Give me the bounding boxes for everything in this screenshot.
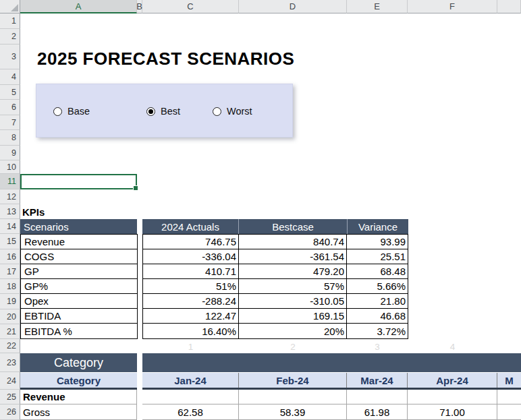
row-header-5[interactable]: 5	[0, 85, 20, 100]
category-cell[interactable]: 71.00	[408, 404, 497, 420]
category-row-label[interactable]: Gross	[20, 404, 137, 420]
category-cell[interactable]	[497, 404, 521, 420]
category-cell[interactable]: 61.98	[347, 404, 408, 420]
category-cell[interactable]	[142, 390, 239, 404]
category-cell[interactable]	[239, 390, 347, 404]
row-header-22[interactable]: 22	[0, 339, 20, 353]
category-cell[interactable]	[347, 390, 408, 404]
row-header-4[interactable]: 4	[0, 69, 20, 85]
kpi-cell-actuals[interactable]: -288.24	[143, 294, 239, 308]
kpi-cell-actuals[interactable]: -336.04	[143, 249, 239, 264]
column-header-C[interactable]: C	[142, 0, 239, 13]
month-header-2[interactable]: Feb-24	[239, 373, 347, 388]
kpi-header-actuals[interactable]: 2024 Actuals	[142, 219, 239, 234]
category-header-label[interactable]: Category	[20, 373, 137, 388]
column-header-E[interactable]: E	[347, 0, 408, 13]
row-header-24[interactable]: 24	[0, 372, 20, 390]
kpi-cell-variance[interactable]: 93.99	[347, 235, 408, 249]
kpi-cell-actuals[interactable]: 16.40%	[143, 324, 239, 338]
kpi-cell-actuals[interactable]: 410.71	[143, 264, 239, 278]
row-header-12[interactable]: 12	[0, 189, 20, 204]
kpi-header-bestcase[interactable]: Bestcase	[239, 219, 348, 234]
category-row-label[interactable]: Revenue	[20, 390, 137, 404]
kpi-cell-variance[interactable]: 21.80	[347, 294, 408, 308]
row-header-20[interactable]: 20	[0, 309, 20, 324]
column-header-D[interactable]: D	[239, 0, 347, 13]
kpi-cell-bestcase[interactable]: 840.74	[239, 235, 347, 249]
row-header-8[interactable]: 8	[0, 130, 20, 146]
kpi-cell-bestcase[interactable]: 20%	[239, 324, 347, 338]
kpi-header-values: 2024 Actuals Bestcase Variance	[142, 219, 408, 234]
row-header-23[interactable]: 23	[0, 353, 20, 372]
kpi-row-label[interactable]: COGS	[21, 249, 137, 264]
kpi-cell-actuals[interactable]: 746.75	[143, 235, 239, 249]
row-header-18[interactable]: 18	[0, 279, 20, 294]
kpi-row-label[interactable]: EBITDA %	[21, 324, 137, 338]
row-header-10[interactable]: 10	[0, 160, 20, 174]
kpi-cell-bestcase[interactable]: 479.20	[239, 264, 347, 278]
row-header-26[interactable]: 26	[0, 404, 20, 420]
kpi-cell-bestcase[interactable]: 57%	[239, 279, 347, 293]
category-cell[interactable]: 58.39	[239, 404, 347, 420]
radio-option-base[interactable]: Base	[53, 84, 90, 138]
kpi-row-label[interactable]: Opex	[21, 294, 137, 309]
kpi-cell-actuals[interactable]: 122.47	[143, 309, 239, 323]
kpi-row-label[interactable]: GP%	[21, 279, 137, 294]
radio-option-worst[interactable]: Worst	[213, 84, 252, 138]
kpi-row-label[interactable]: Revenue	[21, 235, 137, 249]
row-header-16[interactable]: 16	[0, 249, 20, 264]
kpi-cell-bestcase[interactable]: 169.15	[239, 309, 347, 323]
select-all-corner[interactable]	[0, 0, 20, 13]
row-header-25[interactable]: 25	[0, 390, 20, 404]
kpi-cell-variance[interactable]: 46.68	[347, 309, 408, 323]
row-header-13[interactable]: 13	[0, 204, 20, 219]
radio-option-best[interactable]: Best	[146, 84, 180, 138]
row-header-1[interactable]: 1	[0, 13, 20, 29]
kpi-cell-variance[interactable]: 68.48	[347, 264, 408, 278]
column-header-A[interactable]: A	[20, 0, 137, 13]
scenario-radio-group: BaseBestWorst	[36, 84, 293, 138]
row-header-2[interactable]: 2	[0, 29, 20, 44]
column-header-partial[interactable]	[497, 0, 521, 13]
month-header-5[interactable]: M	[497, 373, 521, 388]
row-header-21[interactable]: 21	[0, 324, 20, 339]
column-header-F[interactable]: F	[408, 0, 497, 13]
row-header-19[interactable]: 19	[0, 294, 20, 309]
kpi-row-label[interactable]: EBTIDA	[21, 309, 137, 324]
category-row-values: 62.5858.3961.9871.00	[142, 404, 521, 420]
kpi-cell-actuals[interactable]: 51%	[143, 279, 239, 293]
category-cell[interactable]	[497, 390, 521, 404]
row-header-11[interactable]: 11	[0, 174, 20, 189]
month-header-4[interactable]: Apr-24	[408, 373, 497, 388]
kpi-section-label[interactable]: KPIs	[22, 206, 45, 218]
kpi-row: 746.75840.7493.99	[143, 235, 408, 249]
row-header-3[interactable]: 3	[0, 44, 20, 69]
kpi-cell-bestcase[interactable]: -310.05	[239, 294, 347, 308]
faint-index-3: 3	[347, 340, 408, 353]
row-header-17[interactable]: 17	[0, 264, 20, 279]
row-header-15[interactable]: 15	[0, 234, 20, 249]
radio-option-label: Base	[67, 106, 90, 117]
month-header-1[interactable]: Jan-24	[142, 373, 239, 388]
faint-index-1: 1	[142, 340, 239, 353]
radio-icon	[53, 107, 62, 116]
category-banner-cell[interactable]: Category	[20, 353, 137, 372]
category-cell[interactable]: 62.58	[142, 404, 239, 420]
kpi-cell-variance[interactable]: 25.51	[347, 249, 408, 264]
row-header-6[interactable]: 6	[0, 100, 20, 115]
month-header-3[interactable]: Mar-24	[347, 373, 408, 388]
selected-cell-A11[interactable]	[20, 174, 137, 189]
column-header-B[interactable]: B	[137, 0, 142, 13]
kpi-header-scenarios[interactable]: Scenarios	[20, 219, 137, 234]
page-title[interactable]: 2025 FORECAST SCENARIOS	[37, 49, 294, 69]
kpi-cell-bestcase[interactable]: -361.54	[239, 249, 347, 264]
kpi-header-variance[interactable]: Variance	[348, 219, 408, 234]
row-header-7[interactable]: 7	[0, 115, 20, 130]
kpi-cell-variance[interactable]: 3.72%	[347, 324, 408, 338]
kpi-cell-variance[interactable]: 5.66%	[347, 279, 408, 293]
row-header-9[interactable]: 9	[0, 146, 20, 160]
kpi-row-label[interactable]: GP	[21, 264, 137, 279]
category-cell[interactable]	[408, 390, 497, 404]
row-header-14[interactable]: 14	[0, 219, 20, 234]
category-banner-bar	[142, 353, 521, 372]
